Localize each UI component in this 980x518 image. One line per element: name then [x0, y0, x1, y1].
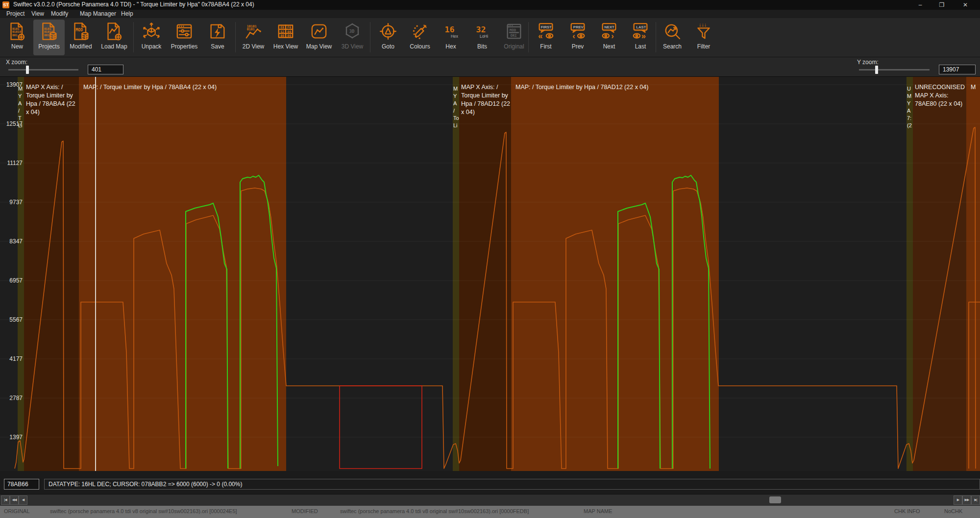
hex-view-icon: E8 F6 52 00 80 00	[270, 20, 301, 43]
scroll-first-icon[interactable]: |◀	[1, 495, 10, 505]
load-map-icon	[98, 20, 130, 43]
3d-view-button: 3D 3D View	[337, 20, 368, 55]
axis-strip-3[interactable]	[906, 76, 913, 471]
properties-icon	[169, 20, 200, 43]
svg-text:16: 16	[445, 25, 455, 34]
map-view-button[interactable]: Map View	[303, 20, 335, 55]
colours-button[interactable]: Colours	[404, 20, 436, 55]
menu-project[interactable]: Project	[6, 10, 24, 17]
y-zoom-label: Y zoom:	[857, 59, 879, 66]
window-title: Swiftec v3.0.2.0 (Porsche Panamera 4.0 T…	[13, 1, 254, 8]
xaxis-panel-1[interactable]	[24, 76, 79, 471]
map-view-icon	[303, 20, 335, 43]
prev-icon: PREV ‹	[562, 20, 593, 43]
hex-icon: 16 Hex	[435, 20, 466, 43]
properties-button[interactable]: Properties	[169, 20, 200, 55]
modified-filename: swiftec (porsche panamera 4.0 tdi v8 ori…	[340, 508, 529, 514]
modified-label: MODIFIED	[292, 508, 318, 514]
map-panel-2[interactable]	[511, 76, 719, 471]
svg-text:F6: F6	[287, 25, 291, 29]
hex-view-button[interactable]: E8 F6 52 00 80 00 Hex View	[270, 20, 301, 55]
new-icon: 0101 01010 001	[1, 20, 33, 43]
toolbar-separator	[656, 22, 656, 52]
svg-text:›: ›	[611, 31, 614, 41]
axis-strip-1[interactable]	[18, 76, 24, 471]
original-icon: MOD ORI	[498, 20, 530, 43]
svg-text:001: 001	[44, 33, 49, 37]
cursor-info: DATATYPE: 16HL DEC; CURSOR: 078ABB2 => 6…	[44, 479, 980, 490]
hex-button[interactable]: 16 Hex Hex	[435, 20, 466, 55]
svg-text:3D: 3D	[349, 29, 355, 34]
svg-text:80: 80	[280, 34, 284, 37]
scroll-fwd-icon[interactable]: ▶	[954, 495, 962, 505]
file-status-bar: ORIGINAL swiftec (porsche panamera 4.0 t…	[0, 506, 980, 518]
svg-text:LAST: LAST	[636, 25, 646, 29]
last-button[interactable]: LAST » Last	[625, 20, 656, 55]
menu-view[interactable]: View	[31, 10, 44, 17]
x-zoom-slider-thumb[interactable]	[26, 66, 29, 74]
y-zoom-slider-thumb[interactable]	[875, 66, 878, 74]
menu-map-manager[interactable]: Map Manager	[80, 10, 116, 17]
xaxis-panel-3[interactable]	[913, 76, 966, 471]
original-label: ORIGINAL	[4, 508, 30, 514]
load-map-button[interactable]: Load Map	[98, 20, 130, 55]
svg-text:NEXT: NEXT	[604, 25, 614, 29]
scroll-fast-back-icon[interactable]: ◀◀	[10, 495, 19, 505]
svg-text:PREV: PREV	[573, 25, 584, 29]
svg-text:MOD: MOD	[510, 28, 516, 32]
2d-view-icon: 10101 0101	[238, 20, 269, 43]
map-2d-view[interactable]	[0, 0, 980, 518]
goto-button[interactable]: Goto	[372, 20, 404, 55]
map-panel-1[interactable]	[79, 76, 286, 471]
x-zoom-slider[interactable]	[8, 69, 78, 71]
search-button[interactable]: Search	[657, 20, 688, 55]
filter-button[interactable]: ↓↓↓ Filter	[688, 20, 719, 55]
last-icon: LAST »	[625, 20, 656, 43]
app-logo-icon: ST	[2, 1, 9, 8]
2d-view-button[interactable]: 10101 0101 2D View	[238, 20, 269, 55]
close-button[interactable]: ✕	[955, 0, 976, 10]
3d-view-icon: 3D	[337, 20, 368, 43]
filter-icon: ↓↓↓	[688, 20, 719, 43]
y-zoom-slider[interactable]	[859, 69, 930, 71]
prev-button[interactable]: PREV ‹ Prev	[562, 20, 593, 55]
scroll-fast-fwd-icon[interactable]: ▶▶	[962, 495, 971, 505]
title-bar[interactable]: ST Swiftec v3.0.2.0 (Porsche Panamera 4.…	[0, 0, 980, 10]
svg-text:00: 00	[287, 34, 291, 37]
svg-text:Hex: Hex	[451, 34, 459, 39]
bits-button[interactable]: 32 LoHi Bits	[466, 20, 498, 55]
y-zoom-input[interactable]: 13907	[939, 65, 976, 74]
scrollbar-thumb[interactable]	[769, 496, 781, 503]
save-button[interactable]: Save	[202, 20, 233, 55]
svg-text:LoHi: LoHi	[480, 34, 488, 39]
first-icon: FIRST «	[530, 20, 562, 43]
maximize-button[interactable]: ❐	[931, 0, 953, 10]
scroll-back-icon[interactable]: ◀	[19, 495, 27, 505]
svg-text:FIRST: FIRST	[541, 25, 552, 29]
svg-text:32: 32	[476, 25, 486, 34]
next-button[interactable]: NEXT › Next	[593, 20, 625, 55]
modified-button[interactable]: MOD Modified	[65, 20, 97, 55]
minimize-button[interactable]: –	[909, 0, 931, 10]
toolbar-separator	[370, 22, 370, 52]
horizontal-scrollbar[interactable]: |◀ ◀◀ ◀ ▶ ▶▶ ▶|	[0, 494, 980, 506]
svg-text:0101: 0101	[247, 27, 255, 31]
colours-icon	[404, 20, 436, 43]
x-zoom-input[interactable]: 401	[88, 65, 123, 74]
svg-text:‹: ‹	[572, 31, 575, 41]
svg-text:↓↓↓: ↓↓↓	[699, 22, 707, 27]
toolbar: 0101 01010 001 New 0101 01010 001 Projec…	[0, 18, 980, 57]
projects-button[interactable]: 0101 01010 001 Projects	[33, 20, 65, 55]
new-button[interactable]: 0101 01010 001 New	[1, 20, 33, 55]
unpack-button[interactable]: Unpack	[136, 20, 167, 55]
svg-text:ORI: ORI	[511, 33, 517, 38]
axis-strip-2[interactable]	[453, 76, 459, 471]
menu-modify[interactable]: Modify	[51, 10, 68, 17]
svg-text:00: 00	[287, 30, 291, 33]
scroll-last-icon[interactable]: ▶|	[971, 495, 980, 505]
menu-help[interactable]: Help	[121, 10, 133, 17]
projects-icon: 0101 01010 001	[33, 20, 65, 43]
address-input[interactable]: 78AB66	[4, 479, 39, 490]
first-button[interactable]: FIRST « First	[530, 20, 562, 55]
search-icon	[657, 20, 688, 43]
